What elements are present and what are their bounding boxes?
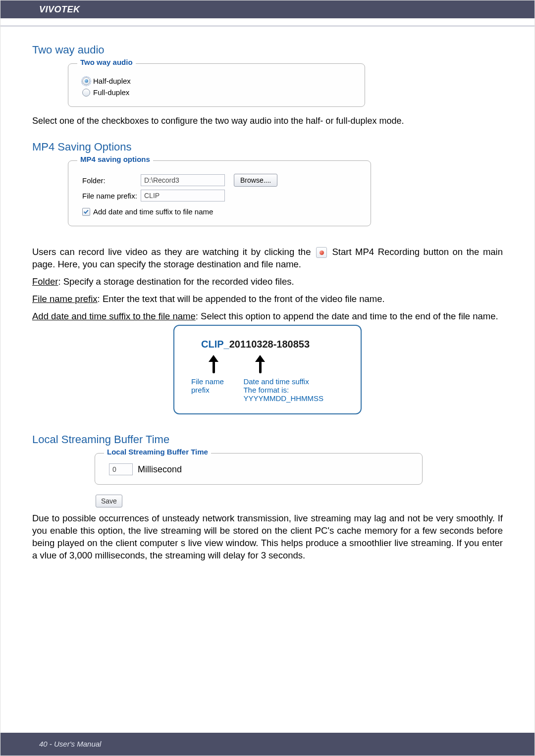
prefix-desc-t: : Enter the text that will be appended t… (98, 294, 385, 304)
twoway-desc: Select one of the checkboxes to configur… (32, 115, 503, 127)
suffix-desc: Add date and time suffix to the file nam… (32, 310, 503, 323)
panel-legend-buffer: Local Streaming Buffer Time (104, 448, 211, 456)
example-clip: CLIP (201, 339, 224, 350)
save-button[interactable]: Save (96, 495, 122, 507)
example-sep: _ (224, 339, 229, 350)
example-date: 20110328-180853 (229, 339, 310, 350)
panel-legend-twoway: Two way audio (77, 58, 136, 66)
suffix-checkbox-label: Add date and time suffix to file name (93, 207, 213, 216)
footer-text: 40 - User's Manual (39, 740, 101, 748)
radio-label-full: Full-duplex (93, 88, 129, 97)
panel-mp4: MP4 saving options Folder: Browse.... Fi… (68, 160, 371, 226)
radio-half-duplex[interactable]: Half-duplex (82, 77, 357, 85)
radio-icon-unselected (82, 89, 90, 97)
example-caption-suffix-l1: Date and time suffix (243, 377, 347, 386)
folder-desc-t: : Specify a storage destination for the … (58, 276, 294, 287)
browse-button[interactable]: Browse.... (234, 174, 277, 187)
radio-full-duplex[interactable]: Full-duplex (82, 88, 357, 97)
panel-buffer: Local Streaming Buffer Time Millisecond (95, 453, 423, 485)
prefix-desc-u: File name prefix (32, 294, 98, 304)
arrow-up-icon (209, 355, 218, 373)
suffix-desc-t: : Select this option to append the date … (196, 311, 498, 321)
panel-twoway: Two way audio Half-duplex Full-duplex (68, 63, 365, 107)
folder-desc: Folder: Specify a storage destination fo… (32, 276, 503, 288)
suffix-checkbox-row[interactable]: Add date and time suffix to file name (82, 207, 363, 216)
checkbox-checked-icon (82, 208, 90, 216)
mp4-intro-para: Users can record live video as they are … (32, 246, 503, 271)
example-filename: CLIP_20110328-180853 (201, 339, 347, 350)
record-icon (316, 247, 327, 258)
panel-legend-mp4: MP4 saving options (77, 155, 153, 163)
prefix-desc: File name prefix: Enter the text that wi… (32, 293, 503, 305)
section-title-twoway: Two way audio (32, 44, 503, 56)
example-caption-suffix-l2: The format is: YYYYMMDD_HHMMSS (243, 386, 347, 403)
page-footer: 40 - User's Manual (0, 733, 535, 756)
section-title-mp4: MP4 Saving Options (32, 141, 503, 153)
prefix-input[interactable] (141, 190, 225, 202)
example-caption-prefix: File name prefix (191, 377, 243, 403)
buffer-unit-label: Millisecond (138, 464, 182, 475)
buffer-desc: Due to possible occurrences of unsteady … (32, 512, 503, 562)
mp4-intro-a: Users can record live video as they are … (32, 247, 315, 257)
filename-example-box: CLIP_20110328-180853 File name prefix Da… (173, 325, 362, 414)
folder-desc-u: Folder (32, 276, 58, 287)
suffix-desc-u: Add date and time suffix to the file nam… (32, 311, 196, 321)
arrow-up-icon (256, 355, 265, 373)
radio-label-half: Half-duplex (93, 77, 131, 85)
folder-input[interactable] (141, 174, 225, 186)
page-header: VIVOTEK (0, 0, 535, 18)
radio-icon-selected (82, 77, 90, 85)
folder-label: Folder: (82, 176, 141, 185)
section-title-buffer: Local Streaming Buffer Time (32, 433, 503, 446)
brand-label: VIVOTEK (39, 4, 80, 14)
example-caption-suffix: Date and time suffix The format is: YYYY… (243, 377, 347, 403)
buffer-value-input[interactable] (109, 463, 133, 475)
prefix-label: File name prefix: (82, 192, 141, 200)
